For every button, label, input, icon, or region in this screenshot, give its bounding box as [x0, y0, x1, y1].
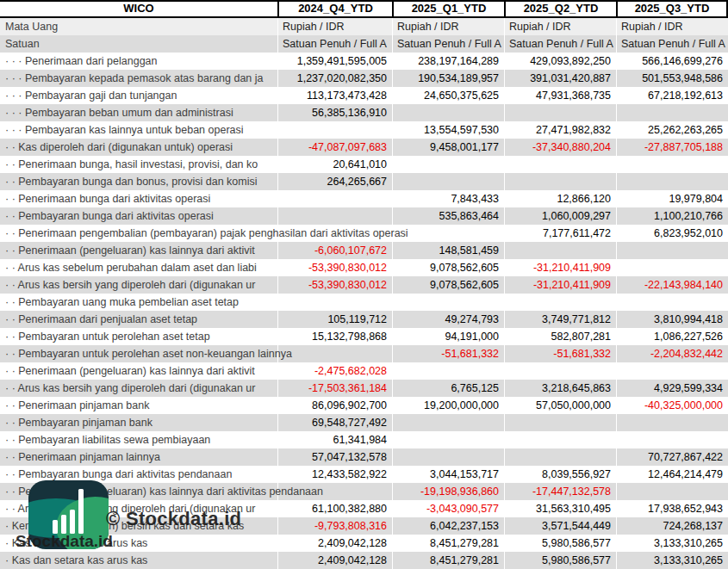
cell-value: 12,433,582,922: [277, 466, 392, 483]
cell-value: 61,341,984: [277, 431, 392, 448]
column-header-company: WICO: [0, 2, 277, 16]
table-header-row: WICO2024_Q4_YTD2025_Q1_YTD2025_Q2_YTD202…: [0, 0, 728, 18]
cell-value: [392, 431, 504, 448]
table-row: · · Penerimaan pinjaman lainnya57,047,13…: [0, 448, 728, 466]
cell-value: [504, 156, 616, 173]
cell-value: 429,093,892,250: [504, 53, 616, 70]
row-label: · · · Pembayaran kas lainnya untuk beban…: [0, 121, 277, 139]
cell-value: 6,823,952,010: [616, 225, 728, 242]
cashflow-statement-table: WICO2024_Q4_YTD2025_Q1_YTD2025_Q2_YTD202…: [0, 0, 728, 569]
cell-value: 17,938,652,943: [616, 500, 728, 517]
meta-value: Rupiah / IDR: [392, 18, 504, 35]
cell-value: 9,078,562,605: [392, 276, 504, 294]
cell-value: -17,503,361,184: [277, 380, 392, 397]
cell-value: [392, 414, 504, 431]
cell-value: -6,060,107,672: [277, 242, 392, 259]
cell-value: [504, 448, 616, 466]
cell-value: 57,050,000,000: [504, 397, 616, 414]
column-header-period: 2025_Q1_YTD: [392, 2, 504, 16]
row-label: · · · Pembayaran beban umum dan administ…: [0, 104, 277, 121]
cell-value: 105,119,712: [277, 311, 392, 328]
cell-value: 3,749,771,812: [504, 311, 616, 328]
row-label: · · Penerimaan (pengeluaran) kas lainnya…: [0, 362, 277, 380]
row-label: · · Penerimaan dari penjualan aset tetap: [0, 311, 277, 328]
cell-value: 3,133,310,265: [616, 552, 728, 569]
cell-value: [616, 242, 728, 259]
cell-value: 47,931,368,735: [504, 87, 616, 104]
cell-value: 391,031,420,887: [504, 70, 616, 87]
watermark-copyright-text: © Stockdata.id: [106, 508, 241, 530]
cell-value: -2,475,682,028: [277, 362, 392, 380]
cell-value: 8,451,279,281: [392, 535, 504, 552]
meta-value: Satuan Penuh / Full A: [277, 35, 392, 53]
cell-value: [616, 294, 728, 311]
meta-row: SatuanSatuan Penuh / Full ASatuan Penuh …: [0, 35, 728, 53]
meta-row: Mata UangRupiah / IDRRupiah / IDRRupiah …: [0, 18, 728, 35]
cell-value: 566,146,699,276: [616, 53, 728, 70]
row-label: · · Kas diperoleh dari (digunakan untuk)…: [0, 139, 277, 156]
cell-value: 8,451,279,281: [392, 552, 504, 569]
cell-value: [616, 156, 728, 173]
cell-value: 2,409,042,128: [277, 535, 392, 552]
cell-value: 1,060,009,297: [504, 207, 616, 225]
row-label: · · · Penerimaan dari pelanggan: [0, 53, 277, 70]
cell-value: 5,980,586,577: [504, 552, 616, 569]
cell-value: 57,047,132,578: [277, 448, 392, 466]
row-label: · · Pembayaran pinjaman bank: [0, 414, 277, 431]
cell-value: [616, 259, 728, 276]
cell-value: 25,262,263,265: [616, 121, 728, 139]
financial-table: WICO2024_Q4_YTD2025_Q1_YTD2025_Q2_YTD202…: [0, 0, 728, 569]
cell-value: [504, 362, 616, 380]
cell-value: 2,409,042,128: [277, 552, 392, 569]
table-row: · · Penerimaan pengembalian (pembayaran)…: [0, 225, 728, 242]
cell-value: 7,177,611,472: [504, 225, 616, 242]
cell-value: 190,534,189,957: [392, 70, 504, 87]
cell-value: [504, 414, 616, 431]
cell-value: 13,554,597,530: [392, 121, 504, 139]
cell-value: 67,218,192,613: [616, 87, 728, 104]
cell-value: 61,100,382,880: [277, 500, 392, 517]
cell-value: 264,265,667: [277, 173, 392, 190]
cell-value: 86,096,902,700: [277, 397, 392, 414]
table-row: · · Pembayaran uang muka pembelian aset …: [0, 294, 728, 311]
row-label: · · Pembayaran bunga dari aktivitas oper…: [0, 207, 277, 225]
row-label: · · Penerimaan pinjaman bank: [0, 397, 277, 414]
cell-value: 31,563,310,495: [504, 500, 616, 517]
column-header-period: 2025_Q2_YTD: [504, 2, 616, 16]
cell-value: [277, 207, 392, 225]
cell-value: 535,863,464: [392, 207, 504, 225]
cell-value: 1,086,227,526: [616, 328, 728, 345]
cell-value: [277, 294, 392, 311]
cell-value: 56,385,136,910: [277, 104, 392, 121]
cell-value: -19,198,936,860: [392, 483, 504, 500]
cell-value: 24,650,375,625: [392, 87, 504, 104]
table-row: · Kas dan setara kas arus kas2,409,042,1…: [0, 552, 728, 569]
table-row: · · · Pembayaran gaji dan tunjangan113,1…: [0, 87, 728, 104]
row-label: · · · Pembayaran gaji dan tunjangan: [0, 87, 277, 104]
cell-value: 113,173,473,428: [277, 87, 392, 104]
cell-value: 15,132,798,868: [277, 328, 392, 345]
column-header-period: 2024_Q4_YTD: [277, 2, 392, 16]
meta-value: Satuan Penuh / Full A: [504, 35, 616, 53]
cell-value: -31,210,411,909: [504, 276, 616, 294]
cell-value: [392, 362, 504, 380]
cell-value: [616, 483, 728, 500]
meta-value: Rupiah / IDR: [277, 18, 392, 35]
table-row: · · Pembayaran bunga dari aktivitas oper…: [0, 207, 728, 225]
row-label: · · Penerimaan pinjaman lainnya: [0, 448, 277, 466]
table-row: · · Penerimaan dari penjualan aset tetap…: [0, 311, 728, 328]
table-row: · · Arus kas bersih yang diperoleh dari …: [0, 380, 728, 397]
cell-value: [504, 104, 616, 121]
watermark-brand-text: Stockdata.id: [16, 532, 113, 551]
cell-value: [392, 156, 504, 173]
row-label: · · Pembayaran liabilitas sewa pembiayaa…: [0, 431, 277, 448]
cell-value: [392, 448, 504, 466]
cell-value: -51,681,332: [504, 345, 616, 362]
meta-value: Rupiah / IDR: [616, 18, 728, 35]
cell-value: 19,979,804: [616, 190, 728, 207]
cell-value: 1,237,020,082,350: [277, 70, 392, 87]
cell-value: 148,581,459: [392, 242, 504, 259]
cell-value: [392, 104, 504, 121]
cell-value: 12,464,214,479: [616, 466, 728, 483]
cell-value: -27,887,705,188: [616, 139, 728, 156]
